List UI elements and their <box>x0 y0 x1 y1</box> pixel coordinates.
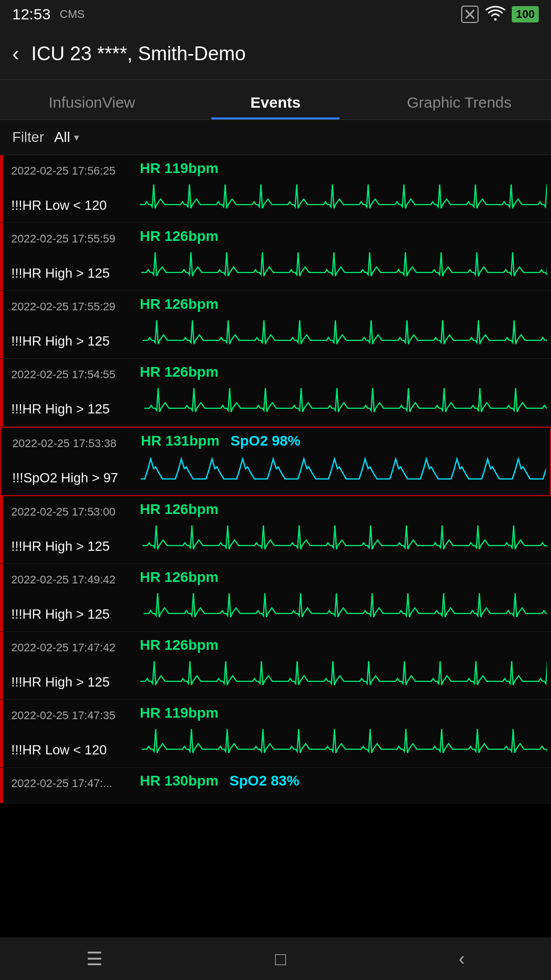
event-left: 2022-02-25 17:56:25 !!!HR Low < 120 <box>3 155 136 223</box>
event-row[interactable]: 2022-02-25 17:55:29 !!!HR High > 125 HR … <box>0 291 551 359</box>
event-row[interactable]: 2022-02-25 17:56:25 !!!HR Low < 120 HR 1… <box>0 155 551 223</box>
filter-label: Filter <box>12 129 44 145</box>
event-right: HR 119bpm <box>136 700 551 767</box>
event-row[interactable]: 2022-02-25 17:49:42 !!!HR High > 125 HR … <box>0 564 551 632</box>
event-left: 2022-02-25 17:53:38 !!!SpO2 High > 97 <box>4 428 137 495</box>
event-left: 2022-02-25 17:55:59 !!!HR High > 125 <box>3 223 136 290</box>
event-value: HR 119bpm <box>140 160 547 177</box>
event-label: !!!HR High > 125 <box>11 265 128 281</box>
event-left: 2022-02-25 17:54:55 !!!HR High > 125 <box>3 359 136 426</box>
event-value: HR 131bpm SpO2 98% <box>141 433 546 449</box>
home-icon[interactable]: □ <box>275 948 286 970</box>
tabs: InfusionView Events Graphic Trends <box>0 80 551 120</box>
status-bar: 12:53 CMS 100 <box>0 0 551 29</box>
event-left: 2022-02-25 17:53:00 !!!HR High > 125 <box>3 496 136 564</box>
event-right: HR 126bpm <box>136 359 551 426</box>
event-value: HR 126bpm <box>140 364 547 380</box>
waveform-container <box>140 725 547 762</box>
waveform-container <box>140 181 547 217</box>
event-timestamp: 2022-02-25 17:47:35 <box>11 709 128 722</box>
waveform-container <box>141 453 546 490</box>
event-timestamp: 2022-02-25 17:53:00 <box>11 505 128 519</box>
wifi-icon <box>485 5 506 23</box>
event-right: HR 126bpm <box>136 291 551 358</box>
battery-icon: 100 <box>512 6 539 22</box>
waveform-container <box>140 384 547 421</box>
header: ‹ ICU 23 ****, Smith-Demo <box>0 29 551 80</box>
event-timestamp: 2022-02-25 17:55:29 <box>11 300 128 313</box>
event-timestamp: 2022-02-25 17:47:42 <box>11 641 128 654</box>
event-right: HR 131bpm SpO2 98% <box>137 428 550 495</box>
event-left: 2022-02-25 17:49:42 !!!HR High > 125 <box>3 564 136 631</box>
event-label: !!!HR High > 125 <box>11 401 128 417</box>
filter-dropdown-icon: ▾ <box>74 131 79 143</box>
back-nav-icon[interactable]: ‹ <box>459 948 465 970</box>
waveform-container <box>140 522 547 558</box>
event-right: HR 126bpm <box>136 496 551 564</box>
status-time: 12:53 <box>12 6 51 23</box>
event-label: !!!SpO2 High > 97 <box>12 470 129 486</box>
event-row[interactable]: 2022-02-25 17:53:00 !!!HR High > 125 HR … <box>0 496 551 564</box>
event-right: HR 119bpm <box>136 155 551 223</box>
event-timestamp: 2022-02-25 17:53:38 <box>12 437 129 450</box>
event-value: HR 119bpm <box>140 705 547 721</box>
event-row[interactable]: 2022-02-25 17:54:55 !!!HR High > 125 HR … <box>0 359 551 427</box>
filter-bar: Filter All ▾ <box>0 120 551 155</box>
event-right: HR 126bpm <box>136 564 551 631</box>
event-timestamp: 2022-02-25 17:56:25 <box>11 164 128 178</box>
event-value: HR 126bpm <box>140 637 547 653</box>
header-title: ICU 23 ****, Smith-Demo <box>31 43 245 65</box>
event-label: !!!HR Low < 120 <box>11 742 128 758</box>
tab-infusion[interactable]: InfusionView <box>0 80 184 119</box>
status-icons: 100 <box>461 5 539 23</box>
event-left: 2022-02-25 17:47:35 !!!HR Low < 120 <box>3 700 136 767</box>
event-left: 2022-02-25 17:55:29 !!!HR High > 125 <box>3 291 136 358</box>
event-timestamp: 2022-02-25 17:47:... <box>11 777 128 790</box>
event-row[interactable]: 2022-02-25 17:47:42 !!!HR High > 125 HR … <box>0 632 551 700</box>
event-timestamp: 2022-02-25 17:54:55 <box>11 368 128 381</box>
event-row-partial[interactable]: 2022-02-25 17:47:... HR 130bpm SpO2 83% <box>0 768 551 803</box>
event-right: HR 126bpm <box>136 632 551 699</box>
waveform-container <box>140 657 547 694</box>
event-label: !!!HR Low < 120 <box>11 198 128 213</box>
waveform-container <box>140 249 547 285</box>
event-row[interactable]: 2022-02-25 17:53:38 !!!SpO2 High > 97 HR… <box>0 427 551 496</box>
tab-events[interactable]: Events <box>184 80 367 119</box>
tab-graphic[interactable]: Graphic Trends <box>367 80 551 119</box>
event-left: 2022-02-25 17:47:42 !!!HR High > 125 <box>3 632 136 699</box>
event-right: HR 126bpm <box>136 223 551 290</box>
event-timestamp: 2022-02-25 17:49:42 <box>11 573 128 586</box>
event-value: HR 126bpm <box>140 296 547 312</box>
x-icon <box>461 5 479 23</box>
event-label: !!!HR High > 125 <box>11 674 128 690</box>
event-value-partial: HR 130bpm SpO2 83% <box>140 773 547 789</box>
waveform-container <box>140 316 547 353</box>
event-value: HR 126bpm <box>140 569 547 585</box>
event-value: HR 126bpm <box>140 501 547 518</box>
event-row[interactable]: 2022-02-25 17:55:59 !!!HR High > 125 HR … <box>0 223 551 291</box>
events-list: 2022-02-25 17:56:25 !!!HR Low < 120 HR 1… <box>0 155 551 854</box>
event-label: !!!HR High > 125 <box>11 333 128 349</box>
event-label: !!!HR High > 125 <box>11 538 128 554</box>
event-value: HR 126bpm <box>140 228 547 244</box>
event-right-partial: HR 130bpm SpO2 83% <box>136 768 551 803</box>
filter-value[interactable]: All ▾ <box>54 129 79 145</box>
bottom-nav: ☰ □ ‹ <box>0 938 551 980</box>
back-button[interactable]: ‹ <box>12 42 19 65</box>
event-left-partial: 2022-02-25 17:47:... <box>3 768 136 803</box>
event-label: !!!HR High > 125 <box>11 606 128 622</box>
event-timestamp: 2022-02-25 17:55:59 <box>11 232 128 246</box>
waveform-container <box>140 590 547 626</box>
menu-icon[interactable]: ☰ <box>86 948 103 970</box>
status-cms: CMS <box>60 8 85 21</box>
event-row[interactable]: 2022-02-25 17:47:35 !!!HR Low < 120 HR 1… <box>0 700 551 768</box>
